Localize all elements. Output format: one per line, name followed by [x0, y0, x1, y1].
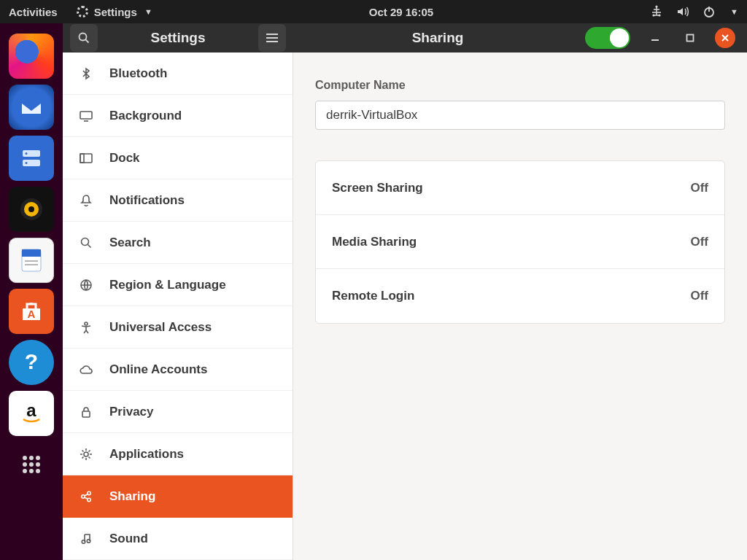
lock-icon	[79, 405, 93, 419]
chevron-down-icon: ▼	[730, 7, 738, 16]
svg-rect-29	[80, 112, 92, 119]
gear-icon	[77, 6, 88, 18]
settings-window: Settings Sharing Bluetooth	[63, 23, 747, 560]
sidebar-item-dock[interactable]: Dock	[63, 137, 293, 179]
svg-point-2	[659, 14, 661, 16]
sidebar-item-online-accounts[interactable]: Online Accounts	[63, 349, 293, 391]
accessibility-icon	[79, 320, 93, 335]
sidebar-label: Sound	[109, 532, 148, 546]
app-menu-label: Settings	[94, 6, 137, 18]
svg-point-10	[28, 206, 34, 212]
svg-text:A: A	[28, 308, 36, 320]
svg-point-1	[653, 14, 655, 16]
row-remote-login[interactable]: Remote Login Off	[316, 269, 724, 323]
headerbar-right: Sharing	[293, 23, 747, 52]
svg-point-21	[23, 462, 27, 467]
sidebar-label: Universal Access	[109, 320, 212, 335]
row-label: Remote Login	[332, 289, 414, 303]
window-close-button[interactable]	[715, 28, 735, 48]
sidebar-item-applications[interactable]: Applications	[63, 433, 293, 475]
computer-name-input[interactable]	[315, 101, 725, 130]
share-icon	[79, 489, 93, 504]
sidebar-label: Applications	[109, 447, 184, 462]
svg-rect-12	[22, 249, 41, 257]
row-label: Screen Sharing	[332, 181, 423, 195]
search-icon	[77, 31, 90, 44]
hamburger-menu-button[interactable]	[258, 24, 286, 52]
svg-text:a: a	[26, 400, 36, 420]
panel-title: Sharing	[305, 30, 570, 46]
globe-icon	[79, 278, 93, 292]
svg-point-25	[29, 469, 34, 473]
dock-app-software[interactable]: A	[9, 289, 54, 334]
sidebar-item-sharing[interactable]: Sharing	[63, 475, 293, 518]
svg-rect-14	[25, 264, 38, 265]
sidebar-title: Settings	[105, 30, 251, 46]
computer-name-label: Computer Name	[315, 79, 725, 92]
clock[interactable]: Oct 29 16:05	[152, 6, 650, 18]
sidebar-label: Online Accounts	[109, 362, 207, 377]
svg-point-34	[85, 322, 88, 325]
headerbar: Settings Sharing	[63, 23, 747, 52]
svg-point-41	[87, 539, 90, 542]
svg-point-23	[36, 462, 40, 467]
gnome-top-panel: Activities Settings ▼ Oct 29 16:05 ▼	[0, 0, 747, 23]
row-value: Off	[690, 289, 708, 303]
sidebar-item-sound[interactable]: Sound	[63, 518, 293, 560]
sharing-master-toggle[interactable]	[585, 27, 630, 49]
svg-rect-28	[687, 35, 694, 42]
dock-app-rhythmbox[interactable]	[9, 187, 54, 232]
svg-point-19	[29, 456, 34, 460]
status-area[interactable]: ▼	[650, 5, 738, 18]
maximize-icon	[685, 33, 695, 43]
power-icon	[703, 5, 716, 18]
svg-rect-31	[80, 154, 84, 163]
dock-app-writer[interactable]	[9, 238, 54, 283]
row-media-sharing[interactable]: Media Sharing Off	[316, 215, 724, 269]
sidebar-label: Sharing	[109, 489, 155, 504]
svg-point-26	[36, 469, 40, 473]
display-icon	[79, 109, 93, 123]
sidebar-item-privacy[interactable]: Privacy	[63, 391, 293, 433]
window-minimize-button[interactable]	[645, 28, 665, 48]
sidebar-item-search[interactable]: Search	[63, 222, 293, 264]
toggle-knob	[610, 28, 629, 47]
dock-app-help[interactable]: ?	[9, 340, 54, 385]
bell-icon	[79, 193, 93, 208]
chevron-down-icon: ▼	[144, 7, 152, 16]
svg-point-0	[656, 5, 658, 7]
sidebar-item-bluetooth[interactable]: Bluetooth	[63, 52, 293, 95]
svg-point-24	[23, 469, 27, 473]
close-icon	[720, 33, 730, 43]
dock-app-thunderbird[interactable]	[9, 85, 54, 130]
sidebar-item-region[interactable]: Region & Language	[63, 264, 293, 306]
dock-app-firefox[interactable]	[9, 34, 54, 79]
row-value: Off	[690, 235, 708, 249]
svg-point-18	[23, 456, 27, 460]
app-menu[interactable]: Settings ▼	[77, 6, 152, 18]
sidebar-item-universal-access[interactable]: Universal Access	[63, 306, 293, 349]
dock: A ? a	[0, 23, 63, 560]
sharing-options-list: Screen Sharing Off Media Sharing Off Rem…	[315, 160, 725, 324]
svg-rect-30	[80, 154, 92, 163]
headerbar-left: Settings	[63, 23, 293, 52]
search-button[interactable]	[70, 24, 98, 52]
dock-app-amazon[interactable]: a	[9, 391, 54, 436]
search-icon	[79, 236, 93, 250]
dock-icon	[79, 151, 93, 166]
window-maximize-button[interactable]	[680, 28, 700, 48]
sidebar-item-notifications[interactable]: Notifications	[63, 179, 293, 222]
svg-text:?: ?	[25, 349, 38, 373]
svg-point-6	[26, 152, 28, 155]
sidebar-item-background[interactable]: Background	[63, 95, 293, 137]
svg-rect-13	[25, 260, 38, 262]
dock-app-show-applications[interactable]	[9, 442, 54, 487]
settings-sidebar: Bluetooth Background Dock Notifications …	[63, 52, 293, 560]
activities-button[interactable]: Activities	[9, 6, 58, 18]
sidebar-label: Search	[109, 236, 151, 250]
bluetooth-icon	[79, 66, 93, 81]
row-screen-sharing[interactable]: Screen Sharing Off	[316, 161, 724, 215]
dock-app-files[interactable]	[9, 136, 54, 181]
row-value: Off	[690, 181, 708, 195]
cloud-icon	[79, 362, 93, 377]
